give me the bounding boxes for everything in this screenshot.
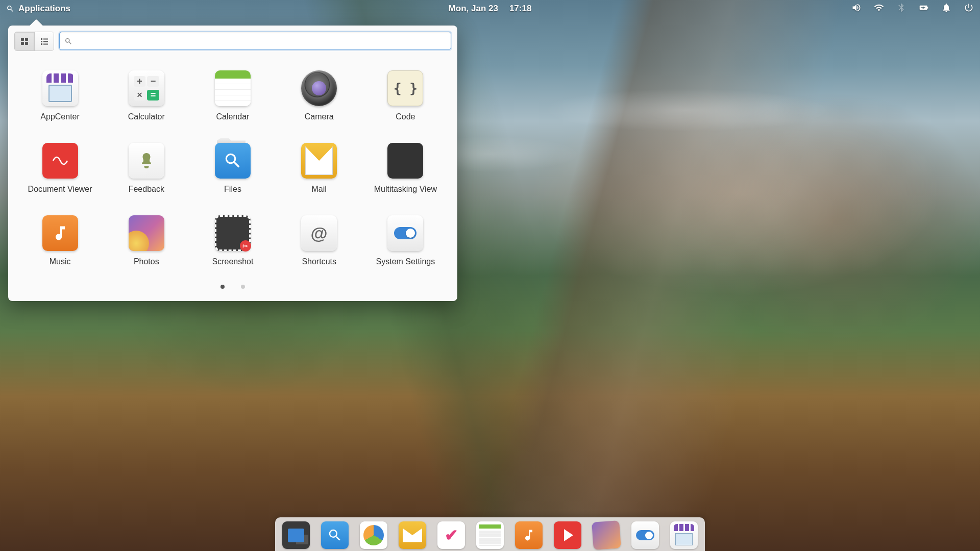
app-code[interactable]: { } Code: [365, 67, 446, 124]
mail-icon: [301, 143, 337, 179]
calculator-icon: +−×=: [129, 70, 164, 106]
svg-rect-4: [41, 38, 42, 40]
applications-menu: AppCenter +−×= Calculator Calendar Camer…: [8, 26, 457, 301]
app-calculator[interactable]: +−×= Calculator: [106, 67, 187, 124]
svg-rect-3: [25, 42, 28, 45]
app-files[interactable]: Files: [192, 140, 273, 197]
svg-rect-9: [43, 44, 48, 45]
app-music[interactable]: Music: [19, 212, 101, 269]
svg-rect-5: [43, 39, 48, 40]
battery-icon[interactable]: [919, 3, 929, 15]
page-indicator: [14, 274, 451, 295]
svg-rect-0: [21, 38, 24, 41]
view-mode-toggle: [14, 32, 54, 51]
svg-rect-8: [41, 43, 42, 45]
dock-tasks[interactable]: [437, 521, 465, 549]
app-multitasking-view[interactable]: Multitasking View: [365, 140, 446, 197]
date-label: Mon, Jan 23: [449, 4, 498, 14]
dock-appcenter[interactable]: [670, 521, 698, 549]
search-input[interactable]: [59, 32, 451, 50]
page-dot-1[interactable]: [220, 285, 225, 289]
dock-settings[interactable]: [631, 521, 659, 549]
app-feedback[interactable]: Feedback: [106, 140, 187, 197]
app-shortcuts[interactable]: @ Shortcuts: [279, 212, 360, 269]
clock[interactable]: Mon, Jan 23 17:18: [449, 4, 532, 14]
svg-rect-7: [43, 41, 48, 42]
list-view-button[interactable]: [34, 32, 54, 51]
app-appcenter[interactable]: AppCenter: [19, 67, 101, 124]
search-icon: [64, 37, 72, 45]
app-calendar[interactable]: Calendar: [192, 67, 273, 124]
top-panel: Applications Mon, Jan 23 17:18: [0, 0, 980, 17]
notifications-icon[interactable]: [941, 3, 951, 15]
applications-label: Applications: [18, 4, 70, 14]
wifi-icon[interactable]: [874, 3, 884, 15]
camera-icon: [301, 70, 337, 106]
shortcuts-icon: @: [301, 215, 337, 251]
calendar-icon: [215, 70, 251, 106]
time-label: 17:18: [509, 4, 531, 14]
dock-music[interactable]: [515, 521, 543, 549]
files-icon: [215, 143, 251, 179]
app-screenshot[interactable]: Screenshot: [192, 212, 273, 269]
dock-photos[interactable]: [592, 520, 621, 550]
music-icon: [42, 215, 78, 251]
dock-videos[interactable]: [554, 521, 581, 549]
grid-view-button[interactable]: [15, 32, 34, 51]
page-dot-2[interactable]: [241, 285, 245, 289]
appcenter-icon: [42, 70, 78, 106]
multitasking-icon: [387, 143, 423, 179]
svg-rect-6: [41, 41, 42, 42]
dock: [275, 517, 705, 551]
screenshot-icon: [215, 215, 251, 251]
dock-multitasking[interactable]: [282, 521, 310, 549]
app-system-settings[interactable]: System Settings: [365, 212, 446, 269]
svg-rect-1: [25, 38, 28, 41]
app-document-viewer[interactable]: Document Viewer: [19, 140, 101, 197]
search-icon: [6, 5, 14, 13]
app-photos[interactable]: Photos: [106, 212, 187, 269]
applications-menu-button[interactable]: Applications: [6, 4, 70, 14]
power-icon[interactable]: [964, 3, 974, 15]
feedback-icon: [129, 143, 164, 179]
photos-icon: [129, 215, 164, 251]
volume-icon[interactable]: [851, 3, 862, 15]
settings-icon: [387, 215, 423, 251]
dock-calendar[interactable]: [476, 521, 504, 549]
dock-files[interactable]: [321, 521, 349, 549]
dock-mail[interactable]: [399, 521, 426, 549]
document-viewer-icon: [42, 143, 78, 179]
app-mail[interactable]: Mail: [279, 140, 360, 197]
app-camera[interactable]: Camera: [279, 67, 360, 124]
dock-web-browser[interactable]: [360, 521, 387, 549]
code-icon: { }: [387, 70, 423, 106]
bluetooth-icon[interactable]: [896, 3, 906, 15]
svg-rect-2: [21, 42, 24, 45]
